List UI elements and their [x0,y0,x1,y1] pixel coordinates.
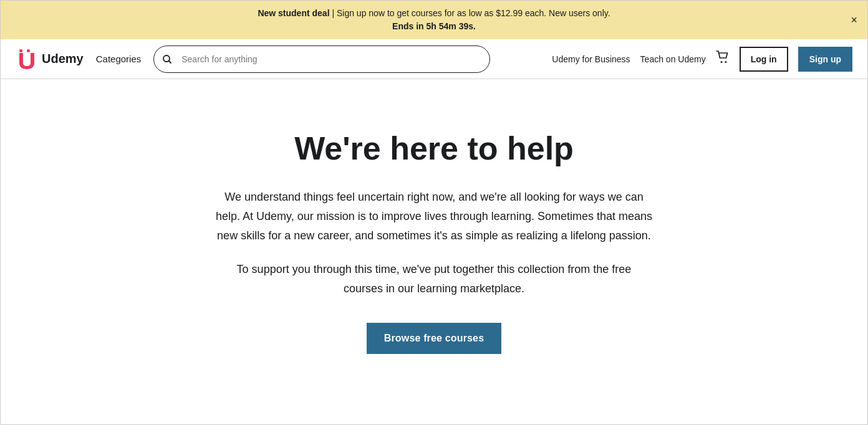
login-button[interactable]: Log in [740,47,788,72]
page-wrapper: New student deal | Sign up now to get co… [0,0,868,425]
svg-point-4 [720,61,722,63]
browse-free-courses-button[interactable]: Browse free courses [367,323,501,354]
banner-text: New student deal | Sign up now to get co… [26,7,842,20]
promo-banner: New student deal | Sign up now to get co… [1,1,867,39]
logo-wordmark: Udemy [42,52,84,66]
banner-separator: | [330,8,337,18]
main-content: We're here to help We understand things … [1,79,867,391]
navbar: Udemy Categories Udemy for Business Teac… [1,39,867,79]
svg-rect-0 [27,49,30,52]
udemy-logo-icon [16,48,38,70]
search-input[interactable] [153,45,490,73]
hero-body1: We understand things feel uncertain righ… [216,188,652,245]
svg-rect-1 [19,49,22,52]
hero-title: We're here to help [294,129,574,168]
hero-body2: To support you through this time, we've … [216,260,652,298]
categories-button[interactable]: Categories [94,49,144,69]
nav-right: Udemy for Business Teach on Udemy Log in… [552,47,852,72]
cart-icon[interactable] [716,50,730,67]
search-icon [162,54,172,64]
banner-line1: Sign up now to get courses for as low as… [337,8,610,18]
teach-link[interactable]: Teach on Udemy [640,54,706,64]
svg-line-3 [169,60,171,63]
logo-link[interactable]: Udemy [16,48,84,70]
svg-point-5 [725,61,726,63]
signup-button[interactable]: Sign up [798,47,852,72]
banner-close-button[interactable]: × [851,14,857,26]
business-link[interactable]: Udemy for Business [552,54,630,64]
banner-bold: New student deal [258,8,329,18]
search-bar-container [153,45,490,73]
banner-line2: Ends in 5h 54m 39s. [26,20,842,33]
